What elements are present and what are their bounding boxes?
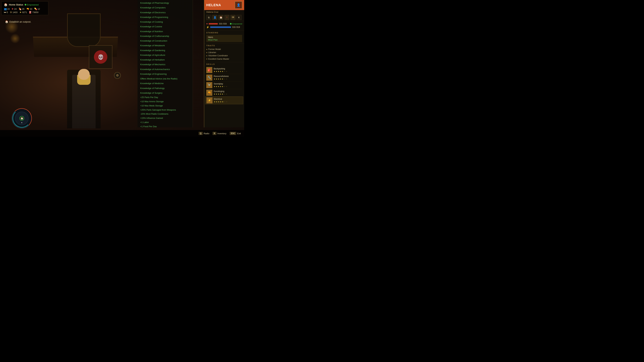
character-panel: HELENA 👤 Helena Cruz Q 👤 🏠 ! 🗺 E ♥ 333 /… (204, 0, 244, 127)
knowledge-item[interactable]: Knowledge of Herbalism (138, 57, 193, 62)
knowledge-item[interactable]: Knowledge of Metalwork (138, 43, 193, 48)
star: ★ (218, 93, 219, 95)
knowledge-item[interactable]: Knowledge of Pharmacology (138, 1, 193, 5)
knowledge-item[interactable]: Knowledge of Construction (138, 38, 193, 43)
star: ★ (220, 101, 222, 103)
key-esc-badge: ESC (230, 132, 236, 135)
ammo-icon: 🔫 (26, 7, 29, 10)
minimap: 🏠 ▲ (12, 108, 32, 128)
skill-info: Electrical★★★★★★★ (214, 98, 242, 103)
star: ★ (226, 93, 228, 95)
standing-perk: Meal Plan (208, 38, 240, 41)
knowledge-item[interactable]: Knowledge of Automechanics (138, 67, 193, 72)
meds-icon: 💊 (34, 7, 37, 10)
traits-header: TRAITS (204, 43, 244, 47)
trait-label: Volunteer Coordinator (208, 54, 228, 57)
knowledge-list: Knowledge of PharmacologyKnowledge of Co… (138, 1, 193, 95)
stat-food: 🍖 26 (18, 7, 24, 10)
nav-icon-character[interactable]: 👤 (212, 15, 217, 20)
knowledge-item[interactable]: Knowledge of Craftsmanship (138, 34, 193, 38)
skill-info: Resourcefulness★★★★★★★ (214, 75, 242, 80)
star: ★ (222, 101, 224, 103)
bonus-item: -15% Most Radio Cooldowns (138, 112, 193, 116)
skills-header: SKILLS (204, 62, 244, 66)
knowledge-item[interactable]: Knowledge of Surgery (138, 91, 193, 95)
star: ★ (214, 70, 215, 72)
food-icon: 🍖 (18, 7, 22, 10)
stat-meds: 💊 12 (34, 7, 40, 10)
traits-section: Former ModelLibrarianVolunteer Coordinat… (204, 47, 244, 62)
knowledge-item[interactable]: Knowledge of Gardening (138, 48, 193, 53)
radio-label: Radio (204, 132, 209, 135)
star: ★ (220, 70, 221, 72)
star: ★ (222, 78, 224, 80)
skill-item: ⚡Electrical★★★★★★★ (205, 96, 243, 104)
star: ★ (216, 78, 217, 80)
knowledge-item[interactable]: Knowledge of Mechanics (138, 62, 193, 67)
bottom-action-radio[interactable]: Q Radio (199, 132, 209, 135)
stat-influence: ★ 9271 (20, 11, 27, 13)
skill-stars: ★★★★★★★ (214, 101, 242, 103)
star: ★ (222, 85, 224, 88)
bottom-action-exit[interactable]: ESC Exit (230, 132, 241, 135)
knowledge-item[interactable]: Knowledge of Pathology (138, 86, 193, 91)
knowledge-item[interactable]: Offers Medical Advice (via the Radio) (138, 76, 193, 81)
stats-row: 👥 24 ✚ 24 🍖 26 🔫 33 💊 12 (4, 7, 46, 10)
nav-icon-missions[interactable]: ! (224, 15, 230, 20)
knowledge-item[interactable]: Knowledge of Electronics (138, 10, 193, 15)
bottom-action-inventory[interactable]: E Inventory (213, 132, 226, 135)
meds-value: 12 (38, 8, 40, 10)
star: ★ (222, 70, 224, 72)
knowledge-item[interactable]: Knowledge of Cuisine (138, 24, 193, 29)
skill-stars: ★★★★★★★ (214, 78, 242, 80)
bonus-item: +10 Max Ammo Storage (138, 99, 193, 104)
star: ★ (220, 85, 221, 88)
knowledge-item[interactable]: Knowledge of Programming (138, 15, 193, 19)
skill-stars: ★★★★★★★ (214, 85, 242, 88)
bonus-item: +1 Labor (138, 120, 193, 124)
knowledge-item[interactable]: Knowledge of Agriculture (138, 53, 193, 57)
character-name: HELENA (206, 3, 221, 7)
knowledge-item[interactable]: Knowledge of Engineering (138, 72, 193, 76)
empowered-dot (230, 23, 232, 25)
stat-beds: 🛏 5 (4, 11, 8, 13)
standing-header: STANDING (204, 31, 244, 34)
stats-row-2: 🛏 5 ⚙ 1403 ★ 9271 ⛽ 73650 (4, 11, 46, 13)
stat-parts: ⚙ 1403 (10, 11, 18, 13)
star: ★ (220, 78, 221, 80)
parts-icon: ⚙ (10, 11, 12, 13)
knowledge-item[interactable]: Knowledge of Nutrition (138, 29, 193, 34)
skill-info: Swordplay★★★★★★★ (214, 83, 242, 88)
star: ★ (224, 78, 226, 80)
trait-label: Excellent Game Master (208, 57, 229, 61)
compass-north: ▲ (21, 121, 23, 123)
people-value: 24 (7, 8, 10, 10)
key-q-badge: Q (199, 132, 202, 135)
star: ★ (218, 78, 219, 80)
character-stats: ♥ 333 /333 Empowered ⚡ 319 /319 (204, 21, 244, 31)
knowledge-item[interactable]: Knowledge of Cooking (138, 19, 193, 24)
bonus-item: +15% Influence Gained (138, 116, 193, 120)
star: ★ (226, 78, 228, 80)
knowledge-item[interactable]: Knowledge of Computers (138, 5, 193, 10)
character-subtitle: Helena Cruz (204, 10, 244, 14)
star: ★ (214, 93, 215, 95)
empowered-status: Empowered (230, 23, 242, 25)
star: ★ (214, 85, 215, 88)
nav-icon-map[interactable]: 🗺 (230, 15, 236, 20)
heart-icon: ♥ (206, 22, 208, 25)
gear-icon[interactable]: ⚙ (114, 72, 121, 79)
stat-fuel: ⛽ 73650 (29, 11, 38, 13)
compass-center: 🏠 (20, 116, 24, 121)
star: ★ (218, 70, 219, 72)
knowledge-item[interactable]: Knowledge of Medicine (138, 81, 193, 86)
knowledge-panel[interactable]: Knowledge of PharmacologyKnowledge of Co… (138, 0, 193, 127)
key-e-badge: E (213, 132, 216, 135)
health-bar (209, 23, 218, 25)
skill-icon: ⚔️ (206, 82, 212, 88)
nav-icon-home[interactable]: 🏠 (218, 15, 224, 20)
skill-stars: ★★★★★★★ (214, 93, 242, 95)
character-header: HELENA 👤 (204, 0, 244, 10)
skill-icon: 🔧 (206, 75, 212, 81)
trait-item: Excellent Game Master (206, 57, 242, 61)
